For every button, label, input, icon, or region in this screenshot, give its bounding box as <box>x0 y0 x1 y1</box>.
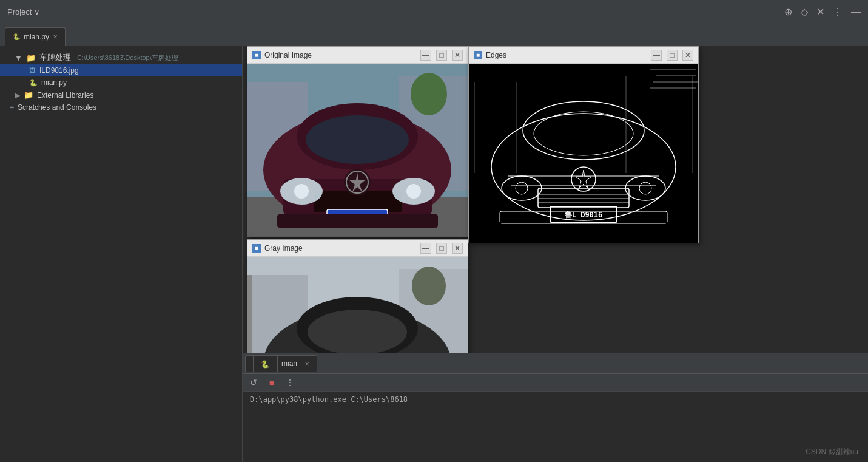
run-tab-close[interactable]: ✕ <box>304 361 309 367</box>
edges-opencv-icon: ■ <box>474 51 482 59</box>
project-menu[interactable]: Project ∨ <box>7 7 40 16</box>
original-image-window[interactable]: ■ Original Image — □ ✕ <box>247 46 468 237</box>
item-label-jpg: ILD9016.jpg <box>39 66 79 75</box>
edges-car-svg: 鲁L D9016 <box>469 64 698 243</box>
ext-lib-label: External Libraries <box>37 91 93 100</box>
image-icon: 🖼 <box>29 67 36 74</box>
run-restart-btn[interactable]: ↺ <box>247 376 260 389</box>
python-file-icon: 🐍 <box>29 79 38 87</box>
watermark: CSDN @甜辣uu <box>806 447 858 457</box>
svg-point-7 <box>306 115 409 164</box>
chevron-down-icon: ▼ <box>15 53 22 63</box>
minimize-icon[interactable]: — <box>851 7 861 18</box>
run-python-icon: 🐍 <box>253 355 278 372</box>
content-area: ■ Original Image — □ ✕ <box>243 46 868 462</box>
edges-maximize-btn[interactable]: □ <box>667 50 678 61</box>
tab-bar: 🐍 mian.py ✕ <box>0 24 868 46</box>
original-maximize-btn[interactable]: □ <box>436 50 447 61</box>
sidebar: ▼ 📁 车牌处理 C:\Users\86183\Desktop\车牌处理 🖼 I… <box>0 46 243 462</box>
gray-opencv-icon: ■ <box>252 244 261 253</box>
project-name: 车牌处理 <box>39 52 71 63</box>
python-icon: 🐍 <box>13 33 20 40</box>
gray-image-titlebar[interactable]: ■ Gray Image — □ ✕ <box>247 240 468 257</box>
toolbar: Project ∨ ⊕ ◇ ✕ ⋮ — <box>0 0 868 24</box>
gray-image-title: Gray Image <box>264 244 415 253</box>
svg-point-12 <box>294 184 309 199</box>
original-car-svg: 鲁L D9016 <box>247 64 468 237</box>
scratches-label: Scratches and Consoles <box>18 103 96 112</box>
sidebar-scratches[interactable]: ≡ Scratches and Consoles <box>0 101 242 114</box>
run-more-btn[interactable]: ⋮ <box>284 376 296 389</box>
sidebar-item-jpg[interactable]: 🖼 ILD9016.jpg <box>0 64 242 76</box>
original-image-title: Original Image <box>264 51 415 59</box>
original-image-content: 鲁L D9016 <box>247 64 468 237</box>
edges-image-content: 鲁L D9016 <box>469 64 698 243</box>
project-path: C:\Users\86183\Desktop\车牌处理 <box>77 53 178 63</box>
tab-close-icon[interactable]: ✕ <box>53 33 58 40</box>
tab-label: mian.py <box>24 33 49 41</box>
close-icon[interactable]: ✕ <box>816 6 824 18</box>
run-output-text: D:\app\py38\python.exe C:\Users\8618 <box>250 395 408 404</box>
edges-minimize-btn[interactable]: — <box>651 50 662 61</box>
gray-maximize-btn[interactable]: □ <box>436 243 447 254</box>
sidebar-external-libraries[interactable]: ▶ 📁 External Libraries <box>0 89 242 101</box>
gray-close-btn[interactable]: ✕ <box>452 243 463 254</box>
run-stop-btn[interactable]: ■ <box>266 376 278 389</box>
folder-icon: 📁 <box>26 53 36 63</box>
watermark-text: CSDN @甜辣uu <box>806 447 858 456</box>
run-controls: ↺ ■ ⋮ <box>243 374 868 392</box>
item-label-mian: mian.py <box>41 78 67 87</box>
original-image-titlebar[interactable]: ■ Original Image — □ ✕ <box>247 47 468 64</box>
svg-point-59 <box>308 310 407 355</box>
diamond-icon[interactable]: ◇ <box>801 6 808 18</box>
globe-icon[interactable]: ⊕ <box>784 6 792 18</box>
sidebar-project-root[interactable]: ▼ 📁 车牌处理 C:\Users\86183\Desktop\车牌处理 <box>0 51 242 64</box>
ext-lib-folder-icon: 📁 <box>24 90 33 100</box>
svg-point-13 <box>406 184 421 199</box>
project-chevron: ∨ <box>34 7 40 16</box>
svg-point-53 <box>412 267 446 305</box>
edges-title: Edges <box>486 51 646 59</box>
svg-point-3 <box>411 73 447 115</box>
run-tab-mian[interactable]: 🐍 mian ✕ <box>245 355 317 372</box>
run-tab-bar: 🐍 mian ✕ <box>243 353 868 374</box>
svg-text:鲁L D9016: 鲁L D9016 <box>565 211 603 219</box>
opencv-icon: ■ <box>252 51 261 59</box>
run-panel: 🐍 mian ✕ ↺ ■ ⋮ D:\app\py38\python.exe C:… <box>243 353 868 462</box>
edges-titlebar[interactable]: ■ Edges — □ ✕ <box>469 47 698 64</box>
chevron-right-icon: ▶ <box>15 91 20 100</box>
main-layout: ▼ 📁 车牌处理 C:\Users\86183\Desktop\车牌处理 🖼 I… <box>0 46 868 462</box>
run-tab-label: mian <box>281 359 297 368</box>
run-output: D:\app\py38\python.exe C:\Users\8618 <box>243 392 868 407</box>
edges-close-btn[interactable]: ✕ <box>682 50 693 61</box>
edges-window[interactable]: ■ Edges — □ ✕ <box>468 46 699 243</box>
sidebar-item-mian-py[interactable]: 🐍 mian.py <box>0 76 242 89</box>
svg-rect-20 <box>277 214 438 228</box>
original-close-btn[interactable]: ✕ <box>452 50 463 61</box>
original-minimize-btn[interactable]: — <box>420 50 431 61</box>
scratch-icon: ≡ <box>10 103 14 112</box>
tab-mian-py[interactable]: 🐍 mian.py ✕ <box>5 27 66 46</box>
project-label: Project <box>7 7 32 16</box>
gray-minimize-btn[interactable]: — <box>420 243 431 254</box>
toolbar-icons: ⊕ ◇ ✕ ⋮ — <box>784 6 861 18</box>
more-icon[interactable]: ⋮ <box>833 6 843 18</box>
